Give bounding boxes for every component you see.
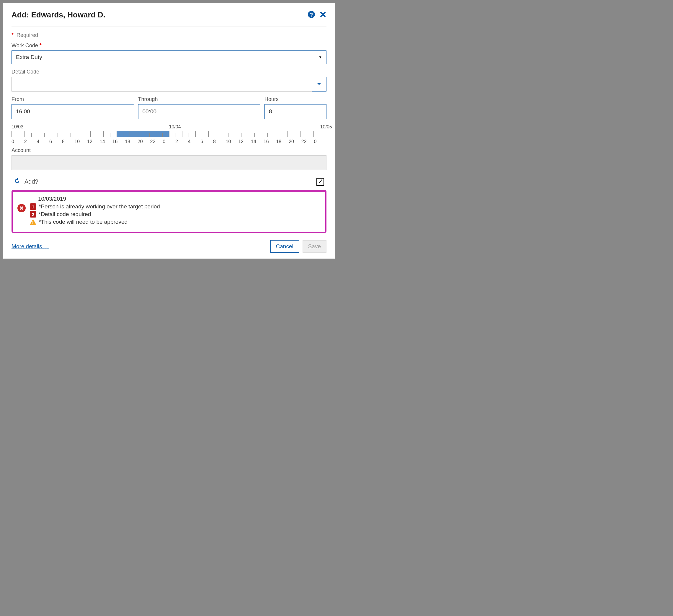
timeline-hour: 12	[87, 139, 100, 144]
from-label: From	[11, 96, 134, 102]
timeline-hour: 14	[251, 139, 264, 144]
timeline-hour: 2	[24, 139, 37, 144]
timeline-hour: 18	[125, 139, 138, 144]
from-column: From 16:00	[11, 96, 134, 119]
error-badge-2: 2	[30, 211, 36, 218]
detail-code-input[interactable]	[11, 77, 312, 91]
hours-column: Hours 8	[264, 96, 326, 119]
timeline-hour: 0	[11, 139, 24, 144]
validation-panel: 10/03/2019 1 *Person is already working …	[11, 190, 326, 233]
refresh-icon[interactable]	[14, 178, 20, 186]
timeline-hour: 4	[37, 139, 49, 144]
more-details-link[interactable]: More details …	[11, 243, 49, 250]
chevron-down-icon	[317, 83, 321, 85]
hours-input[interactable]: 8	[264, 104, 326, 119]
validation-lines: 10/03/2019 1 *Person is already working …	[30, 196, 160, 226]
timeline-hour: 10	[226, 139, 238, 144]
error-badge-1: 1	[30, 203, 36, 210]
error-icon	[17, 204, 26, 212]
timeline-hour: 8	[62, 139, 75, 144]
time-row: From 16:00 Through 00:00 Hours 8	[11, 96, 326, 119]
timeline-hour: 0	[163, 139, 175, 144]
timeline-hour: 18	[276, 139, 289, 144]
timeline-hour: 22	[150, 139, 163, 144]
timeline-hour: 16	[264, 139, 276, 144]
detail-code-combo	[11, 77, 326, 91]
timeline-date-2: 10/04	[169, 124, 320, 130]
timeline-hour: 6	[200, 139, 213, 144]
timeline-hour: 0	[314, 139, 327, 144]
timeline: 10/03 10/04 10/05 0246810121416182022024…	[11, 124, 326, 144]
timeline-hour: 12	[238, 139, 251, 144]
help-icon[interactable]: ?	[307, 11, 315, 19]
cancel-button[interactable]: Cancel	[270, 240, 299, 253]
timeline-date-3: 10/05	[320, 124, 332, 130]
required-star: *	[11, 32, 14, 38]
svg-text:?: ?	[310, 11, 313, 17]
detail-code-dropdown-button[interactable]	[312, 77, 326, 91]
timeline-hour-labels: 024681012141618202202468101214161820220	[11, 139, 326, 144]
timeline-hour: 6	[49, 139, 62, 144]
account-input[interactable]	[11, 155, 326, 170]
footer-buttons: Cancel Save	[270, 240, 326, 253]
timeline-hour: 20	[289, 139, 301, 144]
detail-code-label: Detail Code	[11, 69, 326, 75]
timeline-ruler[interactable]	[11, 130, 326, 139]
required-hint: * Required	[11, 32, 326, 38]
validation-item-2: 2 *Detail code required	[30, 211, 160, 218]
add-row: Add?	[11, 178, 326, 186]
timeline-hour: 16	[113, 139, 125, 144]
work-code-value: Extra Duty	[16, 54, 42, 60]
timeline-hour: 8	[213, 139, 226, 144]
save-button[interactable]: Save	[302, 240, 326, 253]
add-left: Add?	[14, 178, 38, 186]
validation-text-1: *Person is already working over the targ…	[39, 203, 160, 210]
validation-text-3: *This code will need to be approved	[39, 219, 128, 225]
hours-label: Hours	[264, 96, 326, 102]
timeline-hour: 10	[74, 139, 87, 144]
add-dialog: Add: Edwards, Howard D. ? * Required Wor…	[3, 3, 335, 259]
add-label: Add?	[24, 178, 38, 185]
dialog-title: Add: Edwards, Howard D.	[11, 10, 105, 19]
timeline-hour: 14	[100, 139, 113, 144]
chevron-down-icon: ▼	[318, 55, 322, 59]
timeline-hour: 2	[175, 139, 188, 144]
add-checkbox[interactable]	[316, 178, 324, 186]
timeline-ticks	[11, 130, 326, 137]
validation-item-3: *This code will need to be approved	[30, 219, 160, 225]
work-code-select[interactable]: Extra Duty ▼	[11, 50, 326, 64]
from-input[interactable]: 16:00	[11, 104, 134, 119]
through-label: Through	[138, 96, 261, 102]
close-icon[interactable]	[319, 11, 326, 19]
dialog-footer: More details … Cancel Save	[11, 236, 326, 253]
through-input[interactable]: 00:00	[138, 104, 261, 119]
header-icons: ?	[307, 11, 326, 19]
timeline-date-1: 10/03	[11, 124, 169, 130]
account-label: Account	[11, 147, 326, 154]
timeline-hour: 22	[301, 139, 314, 144]
through-column: Through 00:00	[138, 96, 261, 119]
validation-date: 10/03/2019	[38, 196, 160, 202]
validation-item-1: 1 *Person is already working over the ta…	[30, 203, 160, 210]
timeline-dates: 10/03 10/04 10/05	[11, 124, 326, 130]
work-code-label: Work Code *	[11, 42, 326, 49]
timeline-hour: 4	[188, 139, 201, 144]
dialog-header: Add: Edwards, Howard D. ?	[11, 10, 326, 27]
timeline-hour: 20	[138, 139, 150, 144]
required-label: Required	[17, 32, 38, 38]
validation-text-2: *Detail code required	[39, 211, 91, 218]
warning-icon	[30, 219, 36, 225]
